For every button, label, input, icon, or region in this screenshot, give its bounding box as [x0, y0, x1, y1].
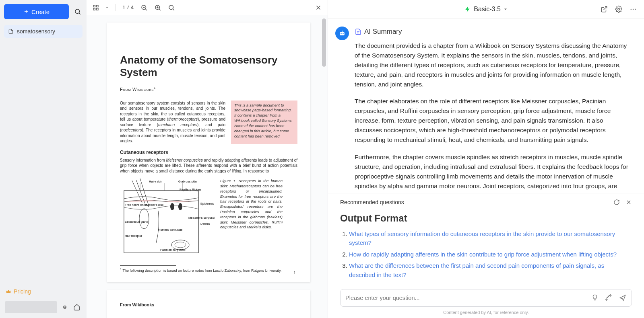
page-counter: 1 / 4 — [122, 4, 134, 10]
doc-paragraph: Our somatosensory system consists of sen… — [120, 101, 225, 144]
sidebar-file-name: somatosensory — [17, 28, 55, 35]
search-icon — [74, 8, 81, 15]
recq-label: Recommended questions — [340, 199, 404, 205]
ai-disclaimer: Content generated by AI, for reference o… — [328, 309, 644, 318]
question-link[interactable]: What types of sensory information do cut… — [349, 230, 615, 246]
ask-box[interactable] — [340, 289, 632, 307]
footnote-rule — [120, 265, 176, 266]
chevron-down-icon[interactable] — [105, 6, 109, 10]
ai-summary-paragraph: Furthermore, the chapter covers muscle s… — [355, 152, 632, 191]
svg-text:Meissner's corpuscle: Meissner's corpuscle — [188, 216, 215, 220]
file-list: somatosensory — [4, 25, 83, 38]
svg-text:Hair receptor: Hair receptor — [125, 234, 142, 238]
figure-caption: Figure 1: Receptors in the human skin: M… — [220, 178, 283, 230]
svg-rect-5 — [93, 8, 95, 10]
summary-icon — [355, 28, 362, 35]
svg-point-35 — [631, 8, 632, 9]
doc-subhead: Cutaneous receptors — [120, 150, 297, 155]
svg-point-37 — [635, 8, 636, 9]
svg-line-20 — [136, 180, 145, 203]
page2-header: From Wikibooks — [120, 302, 297, 307]
ai-summary-paragraph: The document provided is a chapter from … — [355, 41, 632, 89]
sidebar-file-item[interactable]: somatosensory — [4, 25, 83, 38]
search-doc-icon[interactable] — [168, 4, 175, 11]
magic-wand-icon[interactable] — [605, 294, 612, 301]
home-icon[interactable] — [73, 304, 80, 311]
svg-point-26 — [178, 203, 182, 210]
grid-icon[interactable] — [92, 4, 99, 11]
model-name: Basic-3.5 — [474, 6, 501, 13]
document-page: From Wikibooks — [107, 290, 310, 318]
document-page: Anatomy of the Somatosensory System From… — [107, 23, 310, 282]
sidebar: Create somatosensory Pricing — [0, 0, 87, 318]
more-icon[interactable] — [630, 6, 637, 13]
svg-text:Free nerve ending: Free nerve ending — [125, 203, 149, 207]
crown-icon — [6, 289, 11, 294]
ai-header: Basic-3.5 — [328, 0, 644, 18]
question-link[interactable]: How do rapidly adapting afferents in the… — [349, 251, 617, 258]
svg-point-0 — [75, 9, 80, 14]
settings-icon[interactable] — [615, 6, 622, 13]
question-list: What types of sensory information do cut… — [340, 230, 632, 280]
skin-diagram: Hairy skin Glabrous skin Papillary Ridge… — [120, 178, 215, 259]
svg-text:Dermis: Dermis — [200, 222, 210, 226]
close-icon[interactable] — [625, 199, 632, 205]
plus-icon — [23, 9, 29, 14]
question-input[interactable] — [345, 295, 591, 301]
svg-point-1 — [64, 307, 65, 308]
zoom-out-icon[interactable] — [140, 4, 148, 11]
svg-text:Hairy skin: Hairy skin — [149, 180, 162, 183]
sidebar-search-button[interactable] — [73, 7, 83, 16]
svg-rect-38 — [340, 32, 345, 35]
model-selector[interactable]: Basic-3.5 — [464, 6, 508, 13]
zoom-in-icon[interactable] — [154, 4, 161, 11]
lightbulb-icon[interactable] — [591, 294, 599, 301]
ai-summary-title: AI Summary — [355, 27, 632, 37]
svg-rect-4 — [97, 5, 99, 7]
create-label: Create — [31, 8, 50, 15]
page-number: 1 — [293, 270, 296, 275]
bot-avatar — [335, 27, 349, 40]
svg-point-24 — [175, 242, 186, 248]
figure-row: Hairy skin Glabrous skin Papillary Ridge… — [120, 178, 297, 259]
send-icon[interactable] — [619, 294, 627, 302]
document-icon — [8, 29, 14, 34]
svg-text:Epidermis: Epidermis — [200, 202, 214, 205]
svg-point-39 — [341, 33, 342, 35]
svg-text:Merkel's disk: Merkel's disk — [146, 203, 163, 207]
doc-title: Anatomy of the Somatosensory System — [120, 54, 297, 79]
refresh-icon[interactable] — [613, 199, 620, 205]
create-button[interactable]: Create — [4, 4, 69, 19]
recommended-questions: Recommended questions Output Format What… — [328, 193, 644, 282]
sample-note-box: This is a sample document to showcase pa… — [231, 101, 297, 144]
profile-pill[interactable] — [5, 301, 57, 313]
svg-point-22 — [139, 209, 149, 229]
scrollbar-thumb[interactable] — [322, 18, 326, 67]
svg-text:Sebaceous gland: Sebaceous gland — [125, 220, 148, 224]
bot-icon — [338, 29, 346, 37]
pricing-label: Pricing — [14, 288, 31, 295]
question-item: What are the differences between the fir… — [349, 261, 632, 279]
question-item: How do rapidly adapting afferents in the… — [349, 250, 632, 259]
chevron-down-icon — [503, 7, 508, 12]
discord-icon[interactable] — [61, 304, 68, 311]
close-doc-icon[interactable] — [315, 4, 322, 11]
doc-paragraph: Sensory information from Meissner corpus… — [120, 158, 297, 174]
sidebar-bottom — [4, 301, 83, 314]
svg-rect-6 — [97, 8, 99, 10]
svg-point-34 — [618, 8, 620, 10]
ai-body: AI Summary The document provided is a ch… — [328, 18, 644, 193]
svg-text:Pacinian corpuscle: Pacinian corpuscle — [160, 248, 186, 252]
output-format-heading: Output Format — [340, 213, 632, 224]
pricing-link[interactable]: Pricing — [4, 286, 83, 297]
svg-text:Papillary Ridges: Papillary Ridges — [180, 188, 201, 191]
ai-pane: Basic-3.5 AI Summary The document provid… — [328, 0, 644, 318]
svg-rect-3 — [93, 5, 95, 7]
document-toolbar: 1 / 4 — [87, 0, 328, 15]
ai-summary-paragraph: The chapter elaborates on the role of di… — [355, 96, 632, 145]
doc-source: From Wikibooks1 — [120, 86, 297, 92]
svg-text:Glabrous skin: Glabrous skin — [178, 180, 197, 183]
external-link-icon[interactable] — [601, 6, 608, 13]
question-link[interactable]: What are the differences between the fir… — [349, 262, 604, 278]
document-scroll[interactable]: Anatomy of the Somatosensory System From… — [87, 15, 328, 318]
